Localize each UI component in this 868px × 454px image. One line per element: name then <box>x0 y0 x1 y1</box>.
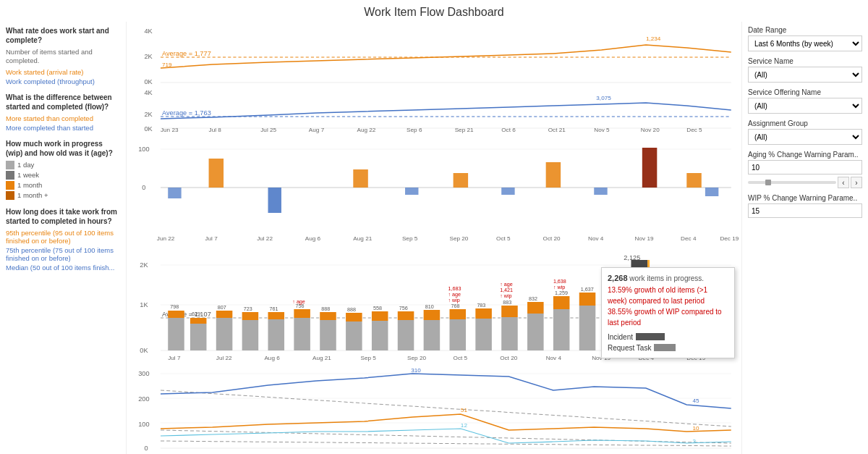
legend-1day-label: 1 day <box>17 161 34 169</box>
p50-link[interactable]: Median (50 out of 100 items finish... <box>6 264 120 272</box>
aging-param-input[interactable] <box>748 160 862 175</box>
svg-rect-79 <box>294 318 310 350</box>
section1-heading: What rate does work start and complete? <box>6 26 120 45</box>
svg-text:Oct 21: Oct 21 <box>548 127 566 133</box>
svg-text:Sep 21: Sep 21 <box>455 127 474 133</box>
svg-text:883: 883 <box>503 300 511 306</box>
svg-text:0: 0 <box>142 184 145 191</box>
svg-text:Nov 4: Nov 4 <box>546 355 562 361</box>
svg-text:Jun 23: Jun 23 <box>161 127 179 133</box>
svg-text:768: 768 <box>451 303 460 309</box>
svg-rect-133 <box>705 296 722 350</box>
p75-link[interactable]: 75th percentile (75 out of 100 items fin… <box>6 246 120 262</box>
legend-1month-plus-label: 1 month + <box>17 191 48 199</box>
date-range-select[interactable]: Last 6 Months (by week) <box>748 35 862 51</box>
aging-slider-right[interactable]: › <box>851 177 862 188</box>
svg-text:Sep 20: Sep 20 <box>449 235 468 242</box>
svg-text:Oct 20: Oct 20 <box>500 355 518 361</box>
svg-text:Average = 1,763: Average = 1,763 <box>162 109 211 117</box>
date-range-label: Date Range <box>748 26 862 34</box>
svg-text:783: 783 <box>477 303 485 308</box>
svg-text:Oct 5: Oct 5 <box>496 235 511 242</box>
section-wip: How much work in progress (wip) and how … <box>6 139 120 200</box>
wip-param-input[interactable] <box>748 203 862 218</box>
assignment-group-label: Assignment Group <box>748 119 862 127</box>
svg-text:761: 761 <box>270 306 278 312</box>
legend-1month-plus: 1 month + <box>6 191 120 200</box>
svg-rect-65 <box>168 311 184 318</box>
svg-text:0K: 0K <box>140 347 148 354</box>
svg-text:Dec 4: Dec 4 <box>681 235 697 242</box>
svg-rect-134 <box>705 284 722 296</box>
svg-text:810: 810 <box>425 304 434 310</box>
svg-rect-125 <box>605 273 622 285</box>
svg-text:Dec 5: Dec 5 <box>686 127 702 133</box>
svg-rect-128 <box>631 260 647 350</box>
svg-text:Jul 8: Jul 8 <box>209 127 222 133</box>
throughput-link[interactable]: Work completed (throughput) <box>6 77 120 85</box>
aging-slider-left[interactable]: ‹ <box>838 177 849 188</box>
svg-rect-113 <box>527 314 544 350</box>
svg-text:Nov 4: Nov 4 <box>588 235 604 242</box>
svg-text:3: 3 <box>692 438 696 445</box>
svg-rect-98 <box>449 319 466 350</box>
svg-text:1,637: 1,637 <box>581 287 594 293</box>
svg-text:Dec 19: Dec 19 <box>720 235 739 242</box>
svg-rect-117 <box>553 296 570 309</box>
svg-text:310: 310 <box>411 367 421 374</box>
service-offering-select[interactable]: (All) <box>748 98 862 114</box>
svg-rect-99 <box>449 309 466 319</box>
svg-rect-84 <box>320 312 336 320</box>
svg-text:100: 100 <box>138 146 149 153</box>
svg-rect-35 <box>642 148 657 188</box>
svg-rect-37 <box>168 188 181 198</box>
svg-rect-92 <box>398 320 414 350</box>
arrival-rate-link[interactable]: Work started (arrival rate) <box>6 68 120 76</box>
section2-heading: What is the difference between started a… <box>6 93 120 112</box>
svg-text:300: 300 <box>138 370 149 377</box>
svg-text:Aug 7: Aug 7 <box>309 127 325 133</box>
svg-text:807: 807 <box>218 305 226 311</box>
svg-rect-130 <box>672 289 689 350</box>
svg-text:832: 832 <box>529 296 537 302</box>
svg-text:Aug 22: Aug 22 <box>357 127 375 133</box>
legend-1month: 1 month <box>6 181 120 190</box>
aging-slider-thumb[interactable] <box>765 180 771 185</box>
svg-text:Nov 5: Nov 5 <box>594 127 610 133</box>
svg-rect-39 <box>405 188 418 195</box>
more-completed-link[interactable]: More completed than started <box>6 124 120 132</box>
svg-rect-124 <box>605 285 622 350</box>
svg-text:723: 723 <box>244 306 252 312</box>
legend-1day-box <box>6 161 14 169</box>
svg-text:558: 558 <box>373 306 382 311</box>
svg-text:Aug 21: Aug 21 <box>312 355 331 361</box>
svg-rect-74 <box>242 312 259 320</box>
svg-rect-95 <box>424 320 441 350</box>
chart-arrival-throughput: 4K 2K 0K 4K 2K 0K <box>131 25 739 133</box>
left-panel: What rate does work start and complete? … <box>0 22 127 454</box>
service-name-select[interactable]: (All) <box>748 67 862 83</box>
more-started-link[interactable]: More started than completed <box>6 114 120 122</box>
svg-rect-40 <box>501 188 514 195</box>
svg-text:↑ wip: ↑ wip <box>448 298 459 303</box>
svg-text:Aug 6: Aug 6 <box>305 235 321 242</box>
svg-text:4K: 4K <box>144 89 152 96</box>
p95-link[interactable]: 95th percentile (95 out of 100 items fin… <box>6 229 120 245</box>
svg-rect-76 <box>268 319 285 350</box>
svg-text:Dec 4: Dec 4 <box>639 355 655 361</box>
svg-rect-107 <box>501 317 518 350</box>
svg-rect-70 <box>216 318 233 350</box>
svg-text:1,683: 1,683 <box>448 286 461 292</box>
aging-slider-track[interactable] <box>748 181 836 184</box>
svg-rect-71 <box>216 311 233 318</box>
svg-text:Jul 22: Jul 22 <box>257 235 273 242</box>
assignment-group-select[interactable]: (All) <box>748 129 862 145</box>
svg-text:↑ age: ↑ age <box>500 282 513 287</box>
svg-rect-105 <box>475 308 492 319</box>
svg-rect-131 <box>672 277 689 289</box>
svg-rect-32 <box>353 169 367 188</box>
svg-rect-67 <box>190 324 207 350</box>
chart-flow: 100 0 <box>131 133 739 245</box>
section4-heading: How long does it take work from started … <box>6 207 120 226</box>
svg-text:Oct 20: Oct 20 <box>543 235 561 242</box>
